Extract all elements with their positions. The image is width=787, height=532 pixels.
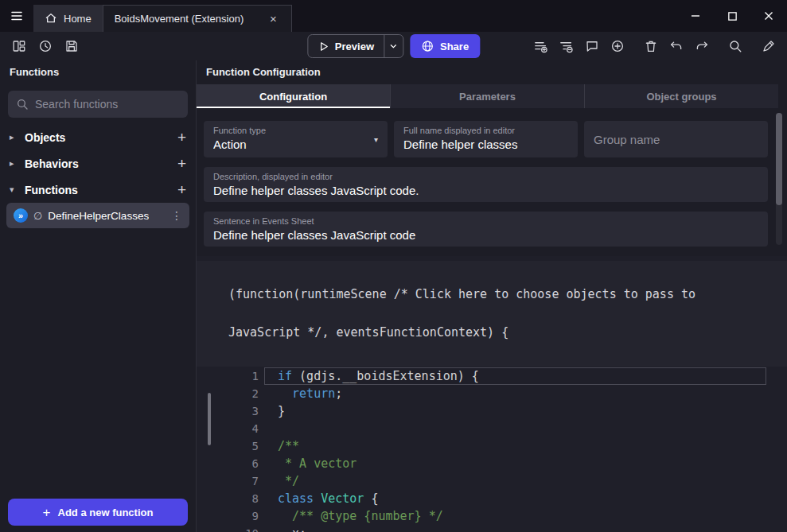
close-tab-icon[interactable]: × bbox=[267, 11, 280, 26]
code-line-1[interactable]: 1if (gdjs.__boidsExtension) { bbox=[197, 367, 787, 385]
tab-home[interactable]: Home bbox=[33, 5, 103, 32]
code-header-block[interactable]: (function(runtimeScene /* Click here to … bbox=[197, 261, 787, 367]
description-value: Define helper classes JavaScript code. bbox=[213, 184, 758, 197]
description-label: Description, displayed in editor bbox=[213, 172, 758, 181]
play-icon bbox=[318, 41, 329, 52]
add-subevent-icon[interactable] bbox=[555, 36, 577, 57]
sidebar-header: Functions bbox=[0, 60, 196, 84]
functions-tree: ▸ Objects + ▸ Behaviors + ▾ Functions + … bbox=[0, 121, 196, 492]
kebab-menu-icon[interactable]: ⋮ bbox=[171, 209, 182, 222]
code-header-line-2: JavaScript */, eventsFunctionContext) { bbox=[228, 326, 771, 339]
add-behavior-icon[interactable]: + bbox=[177, 156, 186, 171]
line-number: 5 bbox=[197, 437, 259, 455]
function-type-label: Function type bbox=[213, 126, 378, 135]
add-comment-icon[interactable] bbox=[581, 36, 602, 57]
full-name-field[interactable]: Full name displayed in editor Define hel… bbox=[394, 121, 578, 157]
code-line-5[interactable]: 5/** bbox=[197, 437, 787, 455]
code-line-9[interactable]: 9 /** @type {number} */ bbox=[197, 507, 787, 525]
code-header-line-1[interactable]: (function(runtimeScene /* Click here to … bbox=[228, 288, 771, 301]
titlebar: Home BoidsMovement (Extension) × bbox=[0, 0, 787, 32]
group-name-field[interactable] bbox=[584, 121, 768, 157]
tab-boidsmovement-extension[interactable]: BoidsMovement (Extension) × bbox=[103, 5, 292, 32]
toolbar-left-group bbox=[8, 36, 82, 57]
add-circle-icon[interactable] bbox=[606, 36, 628, 57]
line-number: 4 bbox=[197, 420, 259, 437]
minimize-button[interactable] bbox=[677, 0, 714, 32]
function-configuration-panel: Function Configuration Configuration Par… bbox=[197, 60, 787, 532]
section-label: Objects bbox=[25, 131, 65, 144]
javascript-code-editor[interactable]: (function(runtimeScene /* Click here to … bbox=[197, 256, 787, 532]
chevron-right-icon: ▸ bbox=[10, 132, 19, 142]
config-scrollbar[interactable] bbox=[776, 113, 782, 245]
group-name-input[interactable] bbox=[594, 133, 758, 146]
line-code[interactable]: } bbox=[264, 402, 766, 420]
config-field-row: Function type Action ▾ Full name display… bbox=[204, 121, 768, 157]
line-code[interactable]: class Vector { bbox=[264, 490, 766, 507]
add-new-function-button[interactable]: + Add a new function bbox=[8, 499, 188, 526]
undo-icon[interactable] bbox=[665, 36, 687, 57]
tab-configuration[interactable]: Configuration bbox=[197, 84, 391, 108]
function-item-label: DefineHelperClasses bbox=[48, 210, 149, 222]
tree-section-objects[interactable]: ▸ Objects + bbox=[0, 124, 196, 150]
sentence-field[interactable]: Sentence in Events Sheet Define helper c… bbox=[204, 212, 768, 247]
search-icon[interactable] bbox=[724, 36, 746, 57]
line-code[interactable]: /** @type {number} */ bbox=[264, 507, 766, 525]
toolbar-center-group: Preview Share bbox=[307, 34, 480, 58]
save-icon[interactable] bbox=[60, 36, 82, 57]
line-code[interactable]: /** bbox=[264, 437, 766, 455]
tab-parameters[interactable]: Parameters bbox=[391, 84, 585, 108]
close-window-button[interactable] bbox=[750, 0, 787, 32]
function-item-definehelperclasses[interactable]: » ∅ DefineHelperClasses ⋮ bbox=[6, 203, 189, 228]
history-icon[interactable] bbox=[34, 36, 56, 57]
sentence-label: Sentence in Events Sheet bbox=[213, 216, 758, 226]
window-controls bbox=[677, 0, 787, 32]
tree-section-behaviors[interactable]: ▸ Behaviors + bbox=[0, 150, 196, 177]
code-line-4[interactable]: 4 bbox=[197, 420, 787, 437]
code-line-10[interactable]: 10 x; bbox=[197, 525, 787, 532]
tab-object-groups[interactable]: Object groups bbox=[585, 84, 778, 108]
preview-dropdown-button[interactable] bbox=[384, 35, 403, 57]
redo-icon[interactable] bbox=[691, 36, 712, 57]
chevron-right-icon: ▸ bbox=[10, 158, 19, 169]
trash-icon[interactable] bbox=[640, 36, 661, 57]
line-code[interactable]: return; bbox=[264, 385, 766, 402]
preview-button[interactable]: Preview bbox=[307, 34, 403, 58]
line-code[interactable]: * A vector bbox=[264, 455, 766, 472]
code-line-3[interactable]: 3} bbox=[197, 402, 787, 420]
line-number: 3 bbox=[197, 402, 259, 420]
share-button-label: Share bbox=[440, 41, 469, 52]
search-functions-input[interactable] bbox=[35, 98, 180, 111]
chevron-down-icon bbox=[389, 41, 399, 51]
code-line-2[interactable]: 2 return; bbox=[197, 385, 787, 402]
add-function-icon[interactable]: + bbox=[177, 182, 186, 197]
code-lines: 1if (gdjs.__boidsExtension) {2 return;3}… bbox=[197, 367, 787, 532]
edit-pen-icon[interactable] bbox=[758, 36, 779, 57]
add-event-icon[interactable] bbox=[530, 36, 551, 57]
line-code[interactable] bbox=[264, 420, 766, 437]
tree-section-functions[interactable]: ▾ Functions + bbox=[0, 177, 196, 203]
description-field[interactable]: Description, displayed in editor Define … bbox=[204, 167, 768, 202]
add-object-icon[interactable]: + bbox=[177, 130, 186, 145]
search-box[interactable] bbox=[8, 91, 188, 118]
layout-panels-icon[interactable] bbox=[8, 36, 29, 57]
share-button[interactable]: Share bbox=[410, 34, 480, 58]
panel-resize-handle[interactable] bbox=[208, 393, 211, 445]
tab-project-label: BoidsMovement (Extension) bbox=[115, 13, 244, 25]
function-type-select[interactable]: Function type Action ▾ bbox=[204, 121, 388, 157]
code-line-7[interactable]: 7 */ bbox=[197, 472, 787, 490]
line-code[interactable]: x; bbox=[264, 525, 766, 532]
preview-button-main[interactable]: Preview bbox=[308, 41, 384, 52]
section-label: Behaviors bbox=[25, 157, 79, 170]
full-name-value: Define helper classes bbox=[403, 138, 568, 151]
line-number: 10 bbox=[197, 525, 259, 532]
line-code[interactable]: if (gdjs.__boidsExtension) { bbox=[264, 367, 766, 385]
code-line-6[interactable]: 6 * A vector bbox=[197, 455, 787, 472]
config-form: Function type Action ▾ Full name display… bbox=[197, 108, 787, 256]
app-window: Home BoidsMovement (Extension) × bbox=[0, 0, 787, 532]
line-code[interactable]: */ bbox=[264, 472, 766, 490]
config-scrollbar-thumb[interactable] bbox=[776, 113, 782, 205]
maximize-button[interactable] bbox=[714, 0, 750, 32]
config-tab-bar: Configuration Parameters Object groups bbox=[197, 84, 787, 108]
hamburger-menu-button[interactable] bbox=[0, 0, 33, 32]
code-line-8[interactable]: 8class Vector { bbox=[197, 490, 787, 507]
